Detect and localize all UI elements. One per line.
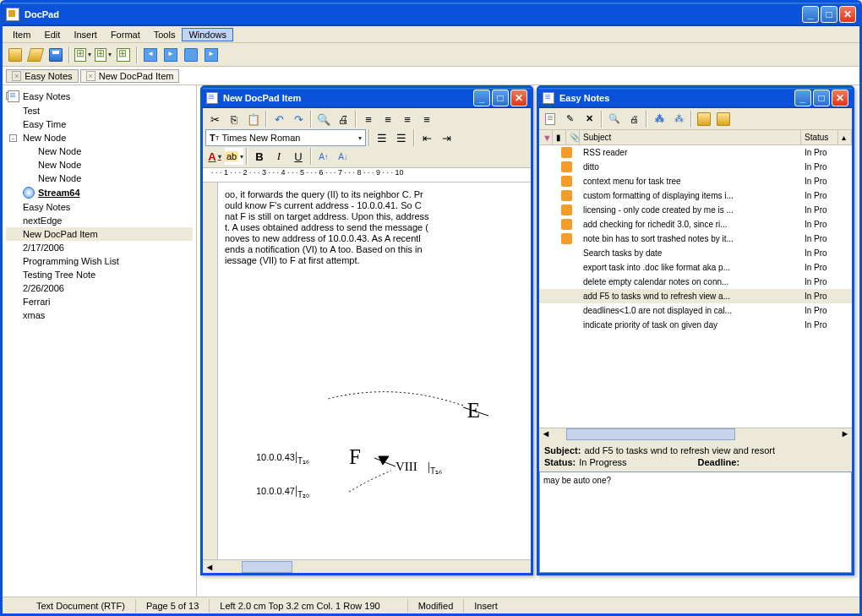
tree-button-2[interactable] (94, 46, 112, 64)
tree-item[interactable]: nextEdge (6, 214, 193, 227)
case-up-button[interactable]: A↑ (314, 148, 333, 165)
bold-button[interactable]: B (250, 148, 269, 165)
font-color-button[interactable]: A (205, 148, 224, 165)
doc-line[interactable]: noves to new address of 10.0.0.43. As A … (225, 233, 524, 243)
tree-item[interactable]: Easy Time (6, 117, 193, 131)
tree-button-3[interactable] (114, 46, 133, 64)
notes-titlebar[interactable]: Easy Notes _ □ ✕ (539, 88, 852, 108)
note-row[interactable]: custom formatting of displaying items i.… (539, 188, 852, 203)
doc-line[interactable]: ends a notification (VI) to A too. Based… (225, 244, 524, 254)
tree-item[interactable]: Stream64 (6, 185, 193, 200)
folder-button[interactable] (695, 110, 713, 128)
copy-button[interactable]: ⎘ (225, 111, 243, 128)
delete-note-button[interactable]: ✕ (580, 110, 598, 128)
child-minimize-button[interactable]: _ (473, 90, 490, 106)
italic-button[interactable]: I (270, 148, 288, 165)
tree-item[interactable]: Test (6, 104, 193, 117)
notes-list[interactable]: RSS readerIn ProdittoIn Procontext menu … (539, 145, 852, 428)
status-col[interactable]: Status (801, 130, 838, 144)
docpad-titlebar[interactable]: New DocPad Item _ □ ✕ (203, 88, 531, 108)
tree-item[interactable]: Ferrari (6, 295, 193, 308)
menu-windows[interactable]: Windows (182, 28, 233, 41)
child-close-button[interactable]: ✕ (510, 90, 527, 106)
tree-pane[interactable]: +Easy NotesTestEasy Time-New NodeNew Nod… (3, 85, 197, 597)
undo-button[interactable]: ↶ (270, 111, 288, 128)
scroll-up-button[interactable]: ▴ (838, 130, 852, 144)
child-minimize-button[interactable]: _ (794, 90, 811, 106)
new-button[interactable] (6, 46, 25, 64)
note-row[interactable]: export task into .doc like format aka p.… (539, 260, 852, 275)
notes-h-scrollbar[interactable]: ◄► (539, 428, 852, 441)
print-note-button[interactable]: 🖨 (625, 110, 643, 128)
tree-toggle[interactable]: - (9, 134, 17, 142)
doc-line[interactable]: t. A uses obtained address to send the m… (225, 222, 524, 232)
doc-line[interactable]: oo, it forwards the query (II) to its ne… (225, 189, 524, 199)
close-tab-icon[interactable]: × (12, 71, 21, 81)
indent-button[interactable]: ⇥ (437, 129, 456, 146)
note-row[interactable]: indicate priority of task on given dayIn… (539, 318, 852, 332)
color-col[interactable]: ▮ (553, 130, 566, 144)
tree-button-1[interactable] (74, 46, 92, 64)
subject-col[interactable]: Subject (580, 130, 801, 144)
note-row[interactable]: note bin has to sort trashed notes by it… (539, 232, 852, 246)
child-close-button[interactable]: ✕ (832, 90, 848, 106)
note-row[interactable]: add checking for richedit 3.0, since ri.… (539, 217, 852, 232)
main-titlebar[interactable]: DocPad _ □ ✕ (3, 3, 859, 26)
doc-line[interactable]: ould know F's current address - 10.0.0.4… (225, 200, 524, 210)
tree-item[interactable]: Easy Notes (6, 200, 193, 214)
case-down-button[interactable]: A↓ (334, 148, 352, 165)
paste-button[interactable]: 📋 (244, 111, 263, 128)
filter-icon[interactable]: ▼ (539, 130, 553, 144)
numbered-list-button[interactable]: ☰ (373, 129, 391, 146)
blue-button-2[interactable] (202, 46, 221, 64)
menu-tools[interactable]: Tools (147, 28, 183, 41)
font-select[interactable]: TT Times New Roman▾ (205, 129, 366, 146)
menu-insert[interactable]: Insert (67, 28, 104, 41)
print-button[interactable]: 🖨 (334, 111, 352, 128)
editor-h-scrollbar[interactable]: ◄ (203, 559, 531, 573)
find-note-button[interactable]: ⁂ (650, 110, 668, 128)
open-button[interactable] (26, 46, 45, 64)
horizontal-ruler[interactable]: · · · 1 · · · 2 · · · 3 · · · 4 · · · 5 … (203, 167, 531, 183)
note-row[interactable]: deadlines<1.0 are not displayed in cal..… (539, 303, 852, 318)
outdent-button[interactable]: ⇤ (417, 129, 436, 146)
tree-item[interactable]: New Node (6, 172, 193, 185)
edit-note-button[interactable]: ✎ (560, 110, 579, 128)
note-row[interactable]: delete empty calendar notes on conn...In… (539, 275, 852, 289)
tree-item[interactable]: New DocPad Item (6, 227, 193, 241)
menu-item[interactable]: Item (6, 28, 37, 41)
filter-button[interactable]: ⁂ (669, 110, 688, 128)
child-maximize-button[interactable]: □ (492, 90, 509, 106)
underline-button[interactable]: U (289, 148, 308, 165)
minimize-button[interactable]: _ (802, 6, 819, 23)
note-row[interactable]: Search tasks by dateIn Pro (539, 246, 852, 260)
preview-button[interactable]: 🔍 (605, 110, 624, 128)
align-left-button[interactable]: ≡ (359, 111, 378, 128)
vertical-ruler[interactable] (203, 183, 218, 559)
note-row[interactable]: RSS readerIn Pro (539, 145, 852, 160)
tree-item[interactable]: Testing Tree Note (6, 268, 193, 281)
nav-fwd-button[interactable] (161, 46, 180, 64)
align-center-button[interactable]: ≡ (379, 111, 397, 128)
align-justify-button[interactable]: ≡ (417, 111, 436, 128)
align-right-button[interactable]: ≡ (398, 111, 417, 128)
export-button[interactable] (714, 110, 733, 128)
notes-memo[interactable]: may be auto one? (539, 472, 852, 573)
maximize-button[interactable]: □ (821, 6, 837, 23)
note-row[interactable]: licensing - only code created by me is .… (539, 203, 852, 217)
menu-edit[interactable]: Edit (37, 28, 67, 41)
doc-tab-easy-notes[interactable]: ×Easy Notes (6, 69, 79, 83)
note-row[interactable]: add F5 to tasks wnd to refresh view a...… (539, 289, 852, 303)
note-row[interactable]: context menu for task treeIn Pro (539, 174, 852, 188)
doc-tab-new-item[interactable]: ×New DocPad Item (80, 69, 180, 83)
highlight-button[interactable]: ab (225, 148, 243, 165)
blue-button-1[interactable] (182, 46, 200, 64)
doc-line[interactable]: nat F is still on target address. Upon t… (225, 211, 524, 221)
tree-item[interactable]: New Node (6, 144, 193, 158)
close-button[interactable]: ✕ (839, 6, 856, 23)
tree-item[interactable]: xmas (6, 308, 193, 322)
child-maximize-button[interactable]: □ (813, 90, 830, 106)
save-button[interactable] (46, 46, 65, 64)
attach-col[interactable]: 📎 (566, 130, 580, 144)
document-surface[interactable]: oo, it forwards the query (II) to its ne… (218, 183, 531, 559)
